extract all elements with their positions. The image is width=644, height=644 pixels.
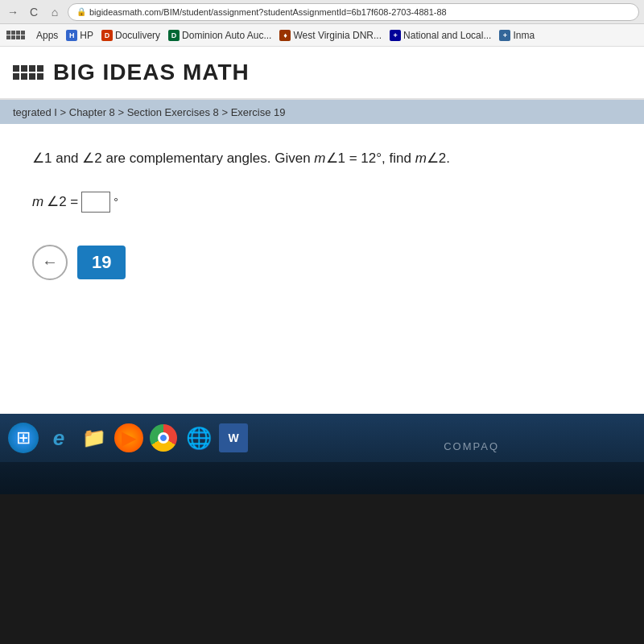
bookmark-dominion[interactable]: D Dominion Auto Auc... bbox=[168, 30, 271, 41]
bookmark-doculivery-label: Doculivery bbox=[115, 30, 160, 41]
bookmark-national-label: National and Local... bbox=[403, 30, 491, 41]
problem-text-2: , find bbox=[382, 151, 415, 166]
back-button[interactable]: → bbox=[5, 4, 21, 20]
angle-2-ref: ∠2. bbox=[427, 151, 450, 166]
start-button[interactable]: ⊞ bbox=[8, 423, 39, 453]
bookmark-national[interactable]: + National and Local... bbox=[390, 30, 491, 41]
ie-icon[interactable]: e bbox=[43, 423, 74, 453]
bookmark-hp-label: HP bbox=[80, 30, 93, 41]
bookmark-inma-label: Inma bbox=[513, 30, 535, 41]
national-icon: + bbox=[390, 30, 401, 41]
degree-symbol: ° bbox=[114, 196, 118, 208]
inma-icon: + bbox=[499, 30, 510, 41]
answer-label-m: m bbox=[32, 194, 43, 210]
bookmarks-bar: Apps H HP D Doculivery D Dominion Auto A… bbox=[0, 24, 644, 47]
taskbar-bottom bbox=[0, 462, 644, 494]
browser-window: → C ⌂ 🔒 bigideasmath.com/BIM/student/ass… bbox=[0, 0, 644, 414]
angle-1: ∠1 = 12° bbox=[326, 151, 382, 166]
exercise-nav: ← 19 bbox=[32, 245, 612, 280]
compaq-label: COMPAQ bbox=[444, 440, 499, 452]
answer-input-box[interactable] bbox=[81, 192, 110, 213]
taskbar-icons: ⊞ e 📁 ▶ 🌐 W bbox=[0, 414, 644, 462]
bookmark-dominion-label: Dominion Auto Auc... bbox=[182, 30, 271, 41]
site-title: BIG IDEAS MATH bbox=[53, 60, 250, 85]
taskbar: ⊞ e 📁 ▶ 🌐 W COMPAQ bbox=[0, 414, 644, 494]
bookmark-inma[interactable]: + Inma bbox=[499, 30, 535, 41]
address-text: bigideasmath.com/BIM/student/assignment?… bbox=[89, 7, 447, 17]
content-area: ∠1 and ∠2 are complementary angles. Give… bbox=[0, 124, 644, 414]
doculivery-icon: D bbox=[101, 30, 113, 41]
address-field[interactable]: 🔒 bigideasmath.com/BIM/student/assignmen… bbox=[68, 3, 639, 21]
apps-label: Apps bbox=[36, 30, 58, 41]
media-player-icon[interactable]: ▶ bbox=[114, 423, 143, 452]
exercise-number-badge: 19 bbox=[77, 246, 126, 279]
lock-icon: 🔒 bbox=[76, 7, 86, 16]
edge-icon[interactable]: 🌐 bbox=[184, 423, 214, 453]
home-button[interactable]: ⌂ bbox=[47, 4, 63, 20]
answer-row: m ∠2 = ° bbox=[32, 192, 612, 213]
back-exercise-button[interactable]: ← bbox=[32, 245, 68, 280]
answer-label-angle: ∠2 = bbox=[47, 193, 78, 210]
address-bar-row: → C ⌂ 🔒 bigideasmath.com/BIM/student/ass… bbox=[0, 0, 644, 24]
breadcrumb: tegrated I > Chapter 8 > Section Exercis… bbox=[0, 100, 644, 124]
bookmark-wv-label: West Virginia DNR... bbox=[293, 30, 382, 41]
refresh-button[interactable]: C bbox=[26, 4, 42, 20]
page-header: BIG IDEAS MATH bbox=[0, 47, 644, 100]
folder-icon[interactable]: 📁 bbox=[79, 423, 109, 453]
hp-icon: H bbox=[66, 30, 77, 41]
breadcrumb-text: tegrated I > Chapter 8 > Section Exercis… bbox=[13, 106, 286, 118]
bookmark-hp[interactable]: H HP bbox=[66, 30, 93, 41]
logo-grid-icon bbox=[13, 65, 43, 80]
exercise-problem: ∠1 and ∠2 are complementary angles. Give… bbox=[32, 148, 612, 169]
chrome-icon[interactable] bbox=[148, 423, 179, 453]
problem-math2: m bbox=[415, 151, 427, 166]
apps-grid-icon bbox=[6, 31, 25, 39]
problem-text-1: ∠1 and ∠2 are complementary angles. Give… bbox=[32, 151, 314, 166]
dominion-icon: D bbox=[168, 30, 180, 41]
word-icon[interactable]: W bbox=[219, 423, 248, 452]
problem-math: m bbox=[314, 151, 325, 166]
wv-icon: ♦ bbox=[279, 30, 291, 41]
bookmark-wv[interactable]: ♦ West Virginia DNR... bbox=[279, 30, 382, 41]
bookmark-apps[interactable]: Apps bbox=[36, 30, 58, 41]
bookmark-doculivery[interactable]: D Doculivery bbox=[101, 30, 160, 41]
